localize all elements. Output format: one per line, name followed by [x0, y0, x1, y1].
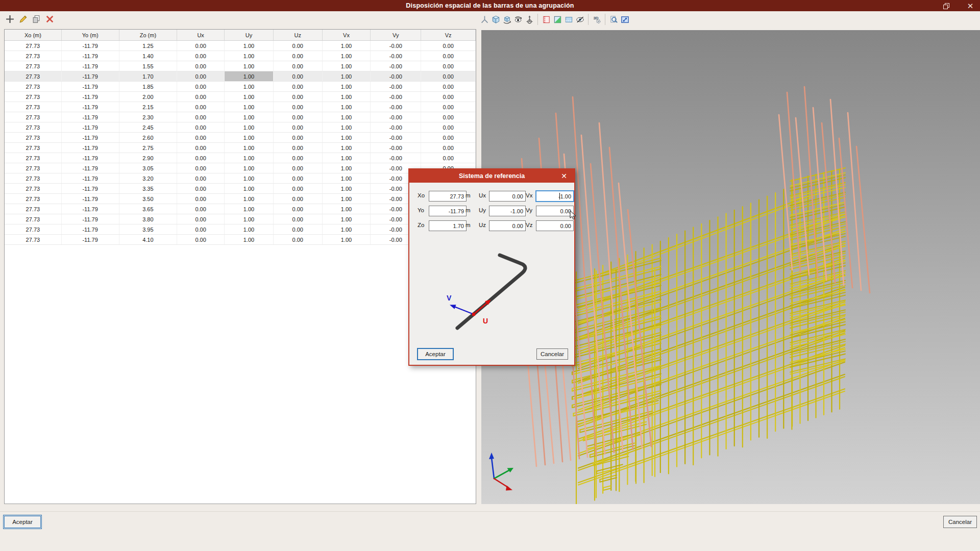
- footer-accept-button[interactable]: Aceptar: [4, 516, 41, 528]
- table-cell[interactable]: 1.00: [323, 122, 371, 132]
- table-cell[interactable]: 1.85: [119, 82, 178, 91]
- table-cell[interactable]: -11.79: [62, 51, 119, 61]
- table-cell[interactable]: 0.00: [177, 61, 225, 71]
- table-cell[interactable]: 0.00: [177, 153, 225, 163]
- table-cell[interactable]: 1.00: [323, 82, 371, 91]
- table-cell[interactable]: 1.00: [225, 102, 274, 112]
- table-cell[interactable]: 1.70: [119, 71, 178, 81]
- table-cell[interactable]: 0.00: [177, 224, 225, 234]
- table-cell[interactable]: -11.79: [62, 204, 119, 214]
- table-cell[interactable]: 0.00: [177, 122, 225, 132]
- table-cell[interactable]: 0.00: [274, 153, 323, 163]
- column-header[interactable]: Uz: [274, 30, 323, 40]
- table-cell[interactable]: 0.00: [177, 102, 225, 112]
- table-cell[interactable]: 27.73: [5, 133, 62, 142]
- table-cell[interactable]: 0.00: [274, 41, 323, 51]
- dialog-titlebar[interactable]: Sistema de referencia ✕: [409, 169, 574, 183]
- column-header[interactable]: Xo (m): [5, 30, 62, 40]
- edit-button[interactable]: [17, 13, 29, 25]
- table-cell[interactable]: 3.65: [119, 204, 178, 214]
- table-cell[interactable]: 0.00: [421, 153, 476, 163]
- table-cell[interactable]: 27.73: [5, 204, 62, 214]
- table-cell[interactable]: -11.79: [62, 82, 119, 91]
- table-cell[interactable]: 27.73: [5, 153, 62, 163]
- table-cell[interactable]: 1.00: [225, 51, 274, 61]
- table-cell[interactable]: 0.00: [177, 41, 225, 51]
- table-cell[interactable]: 0.00: [177, 173, 225, 183]
- table-row[interactable]: 27.73-11.791.250.001.000.001.00-0.000.00: [5, 41, 476, 51]
- table-cell[interactable]: 0.00: [421, 41, 476, 51]
- yo-input[interactable]: -11.79: [429, 206, 467, 216]
- table-cell[interactable]: 0.00: [274, 122, 323, 132]
- table-cell[interactable]: 1.00: [225, 92, 274, 102]
- table-cell[interactable]: 0.00: [177, 71, 225, 81]
- hide-button[interactable]: [574, 13, 585, 26]
- table-cell[interactable]: 0.00: [274, 71, 323, 81]
- table-cell[interactable]: 0.00: [177, 194, 225, 204]
- table-cell[interactable]: 2.45: [119, 122, 178, 132]
- table-cell[interactable]: 1.00: [323, 214, 371, 224]
- uy-input[interactable]: -1.00: [489, 206, 526, 216]
- orbit-button[interactable]: [512, 13, 524, 26]
- table-cell[interactable]: 2.00: [119, 92, 178, 102]
- shading-button[interactable]: [552, 13, 563, 26]
- table-cell[interactable]: -0.00: [371, 71, 421, 81]
- table-cell[interactable]: 1.00: [323, 173, 371, 183]
- column-header[interactable]: Vz: [421, 30, 476, 40]
- table-cell[interactable]: 1.00: [225, 112, 274, 122]
- table-row[interactable]: 27.73-11.791.700.001.000.001.00-0.000.00: [5, 71, 476, 82]
- column-header[interactable]: Ux: [177, 30, 225, 40]
- table-cell[interactable]: 0.00: [274, 214, 323, 224]
- table-cell[interactable]: 0.00: [177, 112, 225, 122]
- table-cell[interactable]: 27.73: [5, 214, 62, 224]
- table-cell[interactable]: 0.00: [177, 214, 225, 224]
- table-row[interactable]: 27.73-11.791.550.001.000.001.00-0.000.00: [5, 61, 476, 71]
- table-cell[interactable]: 3.20: [119, 173, 178, 183]
- table-cell[interactable]: 27.73: [5, 92, 62, 102]
- table-row[interactable]: 27.73-11.791.850.001.000.001.00-0.000.00: [5, 82, 476, 92]
- table-row[interactable]: 27.73-11.793.650.001.000.001.00-0.000.00: [5, 204, 476, 214]
- table-cell[interactable]: 1.00: [225, 173, 274, 183]
- table-cell[interactable]: 27.73: [5, 82, 62, 91]
- table-cell[interactable]: -0.00: [371, 82, 421, 91]
- table-cell[interactable]: -0.00: [371, 153, 421, 163]
- table-cell[interactable]: 0.00: [421, 112, 476, 122]
- table-cell[interactable]: 0.00: [274, 51, 323, 61]
- table-row[interactable]: 27.73-11.792.000.001.000.001.00-0.000.00: [5, 92, 476, 102]
- table-cell[interactable]: 1.00: [225, 224, 274, 234]
- table-row[interactable]: 27.73-11.793.050.001.000.001.00-0.000.00: [5, 163, 476, 173]
- table-cell[interactable]: -11.79: [62, 184, 119, 193]
- table-cell[interactable]: 3.35: [119, 184, 178, 193]
- table-row[interactable]: 27.73-11.793.800.001.000.001.00-0.000.00: [5, 214, 476, 224]
- table-cell[interactable]: 1.55: [119, 61, 178, 71]
- table-cell[interactable]: 4.10: [119, 235, 178, 244]
- table-cell[interactable]: 0.00: [274, 61, 323, 71]
- table-cell[interactable]: 0.00: [177, 163, 225, 173]
- table-cell[interactable]: 1.40: [119, 51, 178, 61]
- table-cell[interactable]: 3.50: [119, 194, 178, 204]
- delete-button[interactable]: [44, 13, 55, 25]
- vy-input[interactable]: 0.00: [536, 206, 574, 216]
- table-cell[interactable]: 0.00: [274, 133, 323, 142]
- copy-button[interactable]: [31, 13, 42, 25]
- table-cell[interactable]: 1.00: [323, 153, 371, 163]
- table-cell[interactable]: -11.79: [62, 214, 119, 224]
- table-cell[interactable]: -11.79: [62, 153, 119, 163]
- fit-view-button[interactable]: [619, 13, 630, 26]
- table-cell[interactable]: 0.00: [274, 82, 323, 91]
- table-cell[interactable]: 1.00: [225, 153, 274, 163]
- table-cell[interactable]: -0.00: [371, 112, 421, 122]
- table-cell[interactable]: 1.00: [323, 51, 371, 61]
- column-header[interactable]: Vy: [371, 30, 421, 40]
- table-cell[interactable]: -11.79: [62, 112, 119, 122]
- table-cell[interactable]: 1.00: [225, 143, 274, 153]
- settings-3d-button[interactable]: 3D: [591, 13, 602, 26]
- table-cell[interactable]: 27.73: [5, 163, 62, 173]
- table-cell[interactable]: 27.73: [5, 143, 62, 153]
- rotate-view-button[interactable]: [501, 13, 512, 26]
- table-row[interactable]: 27.73-11.792.150.001.000.001.00-0.000.00: [5, 102, 476, 112]
- table-row[interactable]: 27.73-11.792.900.001.000.001.00-0.000.00: [5, 153, 476, 163]
- zoom-button[interactable]: [608, 13, 619, 26]
- table-cell[interactable]: 27.73: [5, 224, 62, 234]
- table-cell[interactable]: 27.73: [5, 184, 62, 193]
